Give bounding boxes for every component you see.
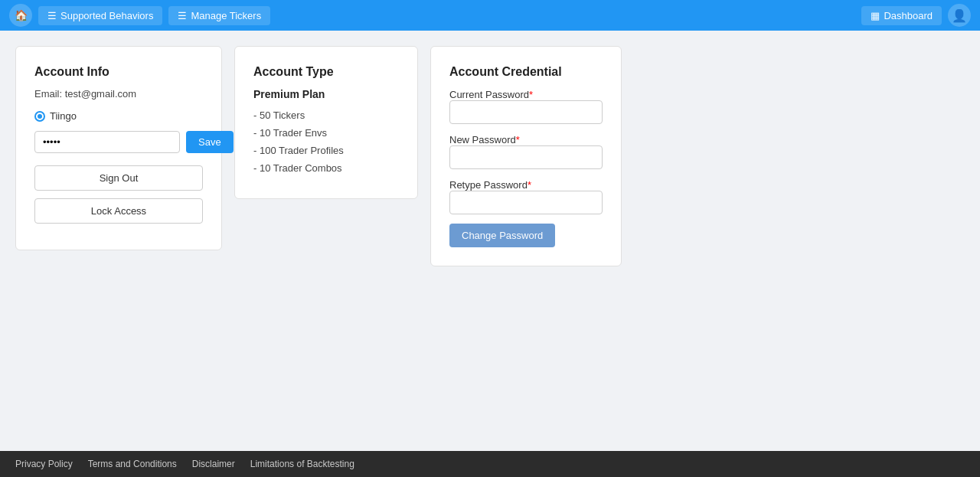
current-password-required: * (529, 89, 533, 100)
lock-access-button[interactable]: Lock Access (34, 198, 203, 224)
limitations-link[interactable]: Limitations of Backtesting (250, 459, 354, 469)
disclaimer-link[interactable]: Disclaimer (192, 459, 235, 469)
current-password-label: Current Password* (449, 89, 533, 100)
terms-conditions-link[interactable]: Terms and Conditions (88, 459, 177, 469)
dashboard-icon: ▦ (871, 10, 880, 21)
account-info-title: Account Info (34, 65, 203, 79)
user-icon: 👤 (952, 8, 967, 23)
feature-4: - 10 Trader Combos (253, 162, 399, 174)
credential-title: Account Credential (449, 65, 603, 79)
email-display: Email: test@gmail.com (34, 88, 203, 100)
footer: Privacy Policy Terms and Conditions Disc… (0, 451, 980, 477)
dashboard-label: Dashboard (884, 10, 933, 21)
tiingo-radio[interactable] (34, 111, 45, 122)
user-account-button[interactable]: 👤 (948, 4, 971, 27)
retype-password-input[interactable] (449, 191, 603, 214)
new-password-field: New Password* (449, 133, 603, 178)
home-icon: 🏠 (15, 9, 28, 21)
api-key-input[interactable] (34, 131, 180, 153)
tiingo-radio-row[interactable]: Tiingo (34, 110, 203, 122)
account-credential-card: Account Credential Current Password* New… (430, 46, 622, 266)
feature-3: - 100 Trader Profiles (253, 145, 399, 156)
current-password-field: Current Password* (449, 88, 603, 133)
api-key-row: Save (34, 131, 203, 153)
account-type-card: Account Type Premium Plan - 50 Tickers -… (234, 46, 418, 199)
retype-password-label: Retype Password* (449, 179, 531, 191)
manage-tickers-icon: ☰ (178, 10, 187, 21)
account-type-title: Account Type (253, 65, 399, 79)
current-password-input[interactable] (449, 100, 603, 124)
nav-right: ▦ Dashboard 👤 (861, 4, 971, 27)
supported-behaviors-icon: ☰ (47, 10, 57, 21)
home-button[interactable]: 🏠 (9, 4, 32, 27)
retype-password-required: * (528, 179, 531, 191)
change-password-button[interactable]: Change Password (449, 224, 555, 247)
supported-behaviors-label: Supported Behaviors (60, 10, 153, 21)
account-info-card: Account Info Email: test@gmail.com Tiing… (15, 46, 222, 250)
manage-tickers-button[interactable]: ☰ Manage Tickers (168, 6, 270, 25)
sign-out-button[interactable]: Sign Out (34, 165, 203, 191)
tiingo-label: Tiingo (50, 110, 77, 122)
privacy-policy-link[interactable]: Privacy Policy (15, 459, 73, 469)
feature-2: - 10 Trader Envs (253, 127, 399, 139)
new-password-label: New Password* (449, 134, 520, 145)
main-content: Account Info Email: test@gmail.com Tiing… (0, 31, 980, 451)
save-button[interactable]: Save (186, 131, 234, 153)
retype-password-field: Retype Password* (449, 178, 603, 224)
feature-1: - 50 Tickers (253, 109, 399, 121)
dashboard-button[interactable]: ▦ Dashboard (861, 6, 942, 25)
navbar: 🏠 ☰ Supported Behaviors ☰ Manage Tickers… (0, 0, 980, 31)
manage-tickers-label: Manage Tickers (191, 10, 261, 21)
plan-name: Premium Plan (253, 88, 399, 100)
supported-behaviors-button[interactable]: ☰ Supported Behaviors (38, 6, 162, 25)
new-password-required: * (516, 134, 520, 145)
new-password-input[interactable] (449, 145, 603, 169)
